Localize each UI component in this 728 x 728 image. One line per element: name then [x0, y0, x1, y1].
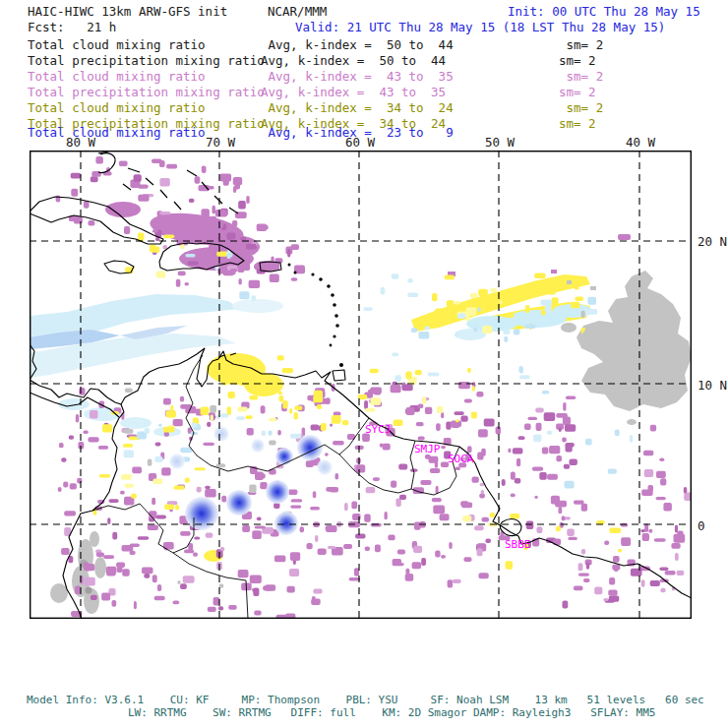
station-label-sycj: SYCJ — [365, 423, 392, 436]
field-label: Total cloud mixing ratio — [28, 100, 206, 115]
lon-label-60w: 60 W — [345, 135, 375, 150]
lon-label-50w: 50 W — [485, 135, 515, 150]
smoothing-label: sm= 2 — [559, 37, 603, 52]
org-label: NCAR/MMM — [268, 5, 327, 19]
lon-label-40w: 40 W — [626, 135, 655, 150]
kindex-range: Avg, k-index = 43 to 35 — [261, 69, 454, 84]
lon-label-70w: 70 W — [206, 135, 235, 150]
field-label: Total precipitation mixing ratio — [28, 85, 265, 99]
kindex-range: Avg, k-index = 50 to 44 — [261, 37, 454, 52]
plot-title: HAIC-HIWC 13km ARW-GFS init — [28, 5, 227, 19]
station-label-sbbe: SBBE — [505, 538, 531, 551]
model-info-line1: Model Info: V3.6.1 CU: KF MP: Thompson P… — [27, 695, 704, 706]
lat-label-20n: 20 N — [698, 234, 727, 249]
kindex-range: Avg, k-index = 34 to 24 — [261, 100, 454, 115]
lat-label-10n: 10 N — [698, 378, 727, 393]
field-label: Total cloud mixing ratio — [28, 69, 206, 84]
smoothing-label: sm= 2 — [559, 69, 603, 84]
field-label: Total precipitation mixing ratio — [28, 53, 265, 68]
field-label: Total cloud mixing ratio — [28, 125, 206, 140]
legend-row-precip-2: Total precipitation mixing ratio Avg, k-… — [0, 85, 728, 99]
forecast-map: SYCJ SMJP SOCA SBBE — [30, 151, 692, 619]
coastlines — [30, 197, 692, 619]
valid-time: Valid: 21 UTC Thu 28 May 15 (18 LST Thu … — [295, 21, 665, 34]
forecast-hour: Fcst: 21 h — [28, 21, 116, 34]
smoothing-label: sm= 2 — [559, 100, 603, 115]
forecast-chart-page: HAIC-HIWC 13km ARW-GFS init NCAR/MMM Ini… — [0, 0, 728, 728]
lon-label-80w: 80 W — [66, 135, 95, 150]
model-info-line2: LW: RRTMG SW: RRTMG DIFF: full KM: 2D Sm… — [128, 707, 655, 719]
gray-andes-terrain — [50, 531, 106, 614]
smoothing-label: sm= 2 — [559, 85, 596, 99]
kindex-range: Avg, k-index = 43 to 35 — [261, 85, 446, 99]
station-label-smjp: SMJP — [414, 443, 441, 455]
init-time: Init: 00 UTC Thu 28 May 15 — [508, 5, 700, 19]
gray-atlantic-mass — [561, 271, 692, 425]
lat-label-0: 0 — [698, 518, 705, 533]
legend-row-precip-1: Total precipitation mixing ratio Avg, k-… — [0, 53, 728, 68]
smoothing-label: sm= 2 — [559, 53, 596, 68]
station-label-soca: SOCA — [448, 453, 474, 465]
legend-row-cloud-3: Total cloud mixing ratio Avg, k-index = … — [0, 100, 728, 115]
kindex-range: Avg, k-index = 50 to 44 — [261, 53, 446, 68]
field-label: Total cloud mixing ratio — [28, 37, 206, 52]
legend-row-cloud-1: Total cloud mixing ratio Avg, k-index = … — [0, 37, 728, 52]
legend-row-cloud-2: Total cloud mixing ratio Avg, k-index = … — [0, 69, 728, 84]
